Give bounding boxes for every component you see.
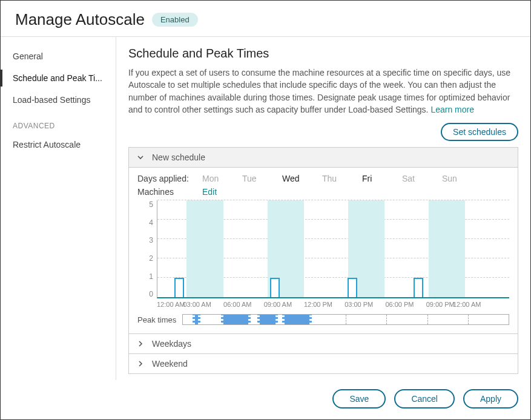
day-thu: Thu xyxy=(322,174,362,183)
days-applied-row: Days applied: MonTueWedThuFriSatSun xyxy=(137,174,509,183)
edit-machines-link[interactable]: Edit xyxy=(202,187,217,197)
main-content: Schedule and Peak Times If you expect a … xyxy=(116,37,530,380)
save-button[interactable]: Save xyxy=(332,389,386,409)
chevron-right-icon xyxy=(136,359,145,368)
chart-plot-area[interactable] xyxy=(157,200,509,298)
peak-times-label: Peak times xyxy=(137,315,182,324)
sidebar-item-restrict-autoscale[interactable]: Restrict Autoscale xyxy=(1,134,116,156)
apply-button[interactable]: Apply xyxy=(463,389,518,409)
weekdays-label: Weekdays xyxy=(152,339,191,349)
peak-segment[interactable] xyxy=(257,315,278,324)
day-sun: Sun xyxy=(442,174,482,183)
weekend-section[interactable]: Weekend xyxy=(128,354,518,374)
footer: Save Cancel Apply xyxy=(1,380,530,419)
sidebar-item-general[interactable]: General xyxy=(1,45,116,67)
status-badge: Enabled xyxy=(152,13,198,27)
manage-autoscale-window: Manage Autoscale Enabled General Schedul… xyxy=(0,0,531,420)
header: Manage Autoscale Enabled xyxy=(1,1,530,36)
learn-more-link[interactable]: Learn more xyxy=(430,105,474,114)
peak-times-row: Peak times xyxy=(137,314,509,325)
schedule-name: New schedule xyxy=(152,153,205,162)
peak-times-bar[interactable] xyxy=(182,314,509,325)
sidebar-item-load-based-settings[interactable]: Load-based Settings xyxy=(1,89,116,111)
new-schedule-panel: New schedule Days applied: MonTueWedThuF… xyxy=(128,147,518,334)
day-mon: Mon xyxy=(202,174,242,183)
day-wed: Wed xyxy=(282,174,322,183)
machines-bar[interactable] xyxy=(270,278,280,297)
days-applied-label: Days applied: xyxy=(137,174,195,183)
machines-bar[interactable] xyxy=(348,278,357,297)
cancel-button[interactable]: Cancel xyxy=(394,389,455,409)
chevron-down-icon xyxy=(136,153,145,162)
section-title: Schedule and Peak Times xyxy=(128,47,518,61)
sidebar-item-schedule-peak-times[interactable]: Schedule and Peak Ti... xyxy=(1,67,116,89)
days-list: MonTueWedThuFriSatSun xyxy=(202,174,482,183)
schedules-button-row: Set schedules xyxy=(128,123,518,141)
chart-y-axis: 543210 xyxy=(137,200,157,298)
peak-segment[interactable] xyxy=(282,315,312,324)
new-schedule-body: Days applied: MonTueWedThuFriSatSun Mach… xyxy=(129,168,518,333)
page-title: Manage Autoscale xyxy=(15,10,145,29)
day-fri: Fri xyxy=(362,174,402,183)
chevron-right-icon xyxy=(136,340,145,348)
set-schedules-button[interactable]: Set schedules xyxy=(441,123,518,141)
day-sat: Sat xyxy=(402,174,442,183)
peak-segment[interactable] xyxy=(221,315,251,324)
chart-x-axis: 12:00 AM03:00 AM06:00 AM09:00 AM12:00 PM… xyxy=(157,301,509,308)
sidebar-advanced-label: ADVANCED xyxy=(1,111,116,134)
weekdays-section[interactable]: Weekdays xyxy=(128,334,518,354)
day-tue: Tue xyxy=(242,174,282,183)
machines-bar[interactable] xyxy=(174,278,184,297)
machines-row: Machines Edit xyxy=(137,187,509,197)
sidebar: General Schedule and Peak Ti... Load-bas… xyxy=(1,37,116,380)
machines-label: Machines xyxy=(137,187,195,197)
body: General Schedule and Peak Ti... Load-bas… xyxy=(1,37,530,380)
new-schedule-header[interactable]: New schedule xyxy=(129,148,518,168)
weekend-label: Weekend xyxy=(152,359,188,369)
section-description: If you expect a set of users to consume … xyxy=(128,67,518,116)
machines-bar[interactable] xyxy=(414,278,423,297)
machines-chart: 543210 xyxy=(137,200,509,298)
